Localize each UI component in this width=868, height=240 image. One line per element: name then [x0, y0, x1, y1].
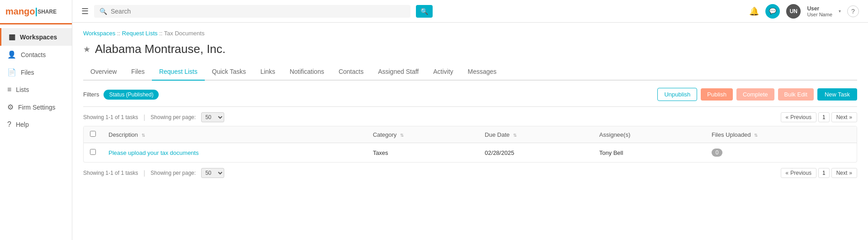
bottom-previous-button[interactable]: « Previous [781, 168, 816, 178]
top-previous-button[interactable]: « Previous [781, 112, 816, 122]
workspaces-icon: ▦ [9, 33, 15, 41]
bottom-page-number: 1 [818, 168, 830, 178]
filters-label: Filters [83, 91, 99, 98]
tab-messages[interactable]: Messages [461, 63, 504, 81]
main-content: ☰ 🔍 🔍 🔔 💬 UN User User Name ▾ ? Workspac… [72, 0, 868, 189]
select-all-checkbox[interactable] [90, 131, 96, 137]
breadcrumb: Workspaces :: Request Lists :: Tax Docum… [83, 30, 857, 37]
breadcrumb-current: Tax Documents [164, 30, 205, 37]
publish-button[interactable]: Publish [701, 88, 733, 101]
username: User Name [807, 12, 832, 17]
bulk-edit-button[interactable]: Bulk Edit [778, 88, 814, 101]
bottom-pagination-controls: « Previous 1 Next » [781, 168, 857, 178]
toolbar-left: Filters Status (Published) [83, 90, 159, 100]
complete-button[interactable]: Complete [736, 88, 774, 101]
sidebar-item-workspaces[interactable]: ▦ Workspaces [0, 28, 72, 46]
sidebar-item-contacts[interactable]: 👤 Contacts [0, 46, 72, 63]
sidebar-item-label: Contacts [21, 51, 46, 58]
user-info: User User Name [807, 5, 832, 17]
bottom-next-button[interactable]: Next » [831, 168, 857, 178]
page-number: 1 [818, 112, 830, 122]
row-category: Taxes [367, 143, 479, 163]
notification-button[interactable]: 🔔 [749, 6, 759, 16]
showing-count: Showing 1-1 of 1 tasks [83, 114, 138, 120]
row-checkbox[interactable] [90, 149, 96, 155]
unpublish-button[interactable]: Unpublish [657, 88, 697, 101]
bottom-per-page-label: Showing per page: [151, 170, 196, 176]
status-filter-badge[interactable]: Status (Published) [104, 90, 159, 100]
bottom-per-page-select[interactable]: 50 25 100 [201, 168, 224, 178]
next-arrow-icon: » [849, 114, 852, 120]
table-header-row: Description ⇅ Category ⇅ Due Date ⇅ As [84, 126, 857, 143]
tab-assigned-staff[interactable]: Assigned Staff [371, 63, 426, 81]
toolbar-right: Unpublish Publish Complete Bulk Edit New… [657, 88, 857, 101]
page-title: Alabama Montrause, Inc. [95, 42, 226, 56]
avatar: UN [786, 4, 801, 19]
sidebar-item-files[interactable]: 📄 Files [0, 63, 72, 81]
sidebar-item-firm-settings[interactable]: ⚙ Firm Settings [0, 98, 72, 116]
tab-links[interactable]: Links [253, 63, 283, 81]
sidebar-nav: ▦ Workspaces 👤 Contacts 📄 Files ≡ Lists … [0, 28, 72, 133]
chat-button[interactable]: 💬 [765, 4, 780, 19]
sort-files-icon[interactable]: ⇅ [754, 133, 758, 138]
search-icon: 🔍 [99, 8, 107, 15]
breadcrumb-request-lists[interactable]: Request Lists [122, 30, 158, 37]
top-pagination: Showing 1-1 of 1 tasks | Showing per pag… [83, 112, 857, 122]
breadcrumb-workspaces[interactable]: Workspaces [83, 30, 115, 37]
per-page-label: Showing per page: [151, 114, 196, 120]
bottom-prev-arrow-icon: « [786, 170, 789, 176]
breadcrumb-sep2: :: [159, 30, 162, 37]
gear-icon: ⚙ [7, 103, 14, 111]
tab-notifications[interactable]: Notifications [283, 63, 331, 81]
hamburger-button[interactable]: ☰ [81, 6, 89, 16]
topnav-left: ☰ 🔍 🔍 [81, 5, 749, 18]
bottom-showing-count: Showing 1-1 of 1 tasks [83, 170, 138, 176]
sort-description-icon[interactable]: ⇅ [142, 133, 145, 138]
row-due-date: 02/28/2025 [478, 143, 593, 163]
sidebar-item-help[interactable]: ? Help [0, 116, 72, 133]
row-checkbox-cell [84, 143, 102, 163]
bottom-pagination: Showing 1-1 of 1 tasks | Showing per pag… [83, 168, 857, 178]
tab-request-lists[interactable]: Request Lists [152, 63, 205, 81]
top-next-button[interactable]: Next » [831, 112, 857, 122]
col-header-assignees: Assignee(s) [593, 126, 705, 143]
select-all-header [84, 126, 102, 143]
sidebar-item-label: Files [21, 69, 34, 76]
topnav-right: 🔔 💬 UN User User Name ▾ ? [749, 4, 859, 19]
task-link[interactable]: Please upload your tax documents [108, 149, 198, 156]
sidebar-item-lists[interactable]: ≡ Lists [0, 81, 72, 98]
per-page-select[interactable]: 50 25 100 [201, 112, 224, 122]
page-title-row: ★ Alabama Montrause, Inc. [83, 42, 857, 56]
sidebar-item-label: Lists [16, 86, 29, 93]
sidebar: mango | SHARE ▦ Workspaces 👤 Contacts 📄 … [0, 0, 72, 189]
table-row: Please upload your tax documents Taxes 0… [84, 143, 857, 163]
bottom-next-arrow-icon: » [849, 170, 852, 176]
col-header-due-date: Due Date ⇅ [478, 126, 593, 143]
lists-icon: ≡ [7, 86, 11, 94]
user-name: User [807, 5, 832, 12]
topnav: ☰ 🔍 🔍 🔔 💬 UN User User Name ▾ ? [72, 0, 868, 23]
sidebar-item-label: Workspaces [20, 34, 57, 41]
col-header-files-uploaded: Files Uploaded ⇅ [705, 126, 857, 143]
tab-contacts[interactable]: Contacts [331, 63, 371, 81]
tab-activity[interactable]: Activity [426, 63, 460, 81]
tab-quick-tasks[interactable]: Quick Tasks [205, 63, 253, 81]
files-icon: 📄 [7, 68, 16, 77]
tab-files[interactable]: Files [124, 63, 152, 81]
search-input[interactable] [111, 8, 405, 15]
favorite-icon[interactable]: ★ [83, 44, 90, 54]
tab-overview[interactable]: Overview [83, 63, 124, 81]
help-icon: ? [7, 120, 11, 129]
divider [83, 106, 857, 107]
new-task-button[interactable]: New Task [817, 88, 857, 101]
user-dropdown-icon[interactable]: ▾ [839, 9, 841, 14]
top-pagination-controls: « Previous 1 Next » [781, 112, 857, 122]
toolbar: Filters Status (Published) Unpublish Pub… [83, 88, 857, 101]
search-button[interactable]: 🔍 [416, 5, 433, 18]
sidebar-item-label: Firm Settings [18, 104, 55, 111]
search-wrapper: 🔍 [94, 5, 410, 18]
sort-category-icon[interactable]: ⇅ [400, 133, 404, 138]
topnav-help-button[interactable]: ? [847, 5, 859, 17]
prev-arrow-icon: « [786, 114, 789, 120]
sort-due-date-icon[interactable]: ⇅ [513, 133, 517, 138]
